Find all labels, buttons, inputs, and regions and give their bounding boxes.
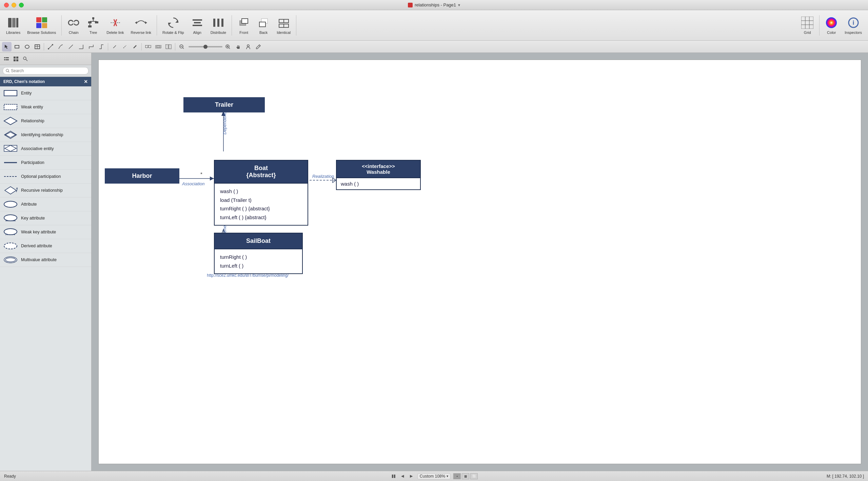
panel-item-recursive-relationship[interactable]: Recursive relationship (0, 184, 91, 197)
tool-pencil[interactable] (254, 42, 263, 51)
zoom-thumb[interactable] (203, 45, 208, 49)
toolbar-align[interactable]: Align (188, 15, 206, 36)
search-input[interactable] (11, 68, 85, 73)
toolbar-inspectors[interactable]: i Inspectors (842, 15, 865, 36)
tool-line2[interactable] (120, 42, 130, 51)
svg-line-58 (123, 45, 126, 48)
tool-group1[interactable] (143, 42, 153, 51)
tool-connector6[interactable] (97, 42, 106, 51)
svg-rect-88 (4, 104, 17, 110)
svg-rect-87 (4, 90, 17, 96)
tool-zoom-in[interactable] (223, 42, 233, 51)
close-button[interactable] (4, 3, 9, 7)
svg-rect-25 (193, 19, 202, 21)
toolbar-rotate-flip[interactable]: Rotate & Flip (160, 15, 187, 36)
panel-close-button[interactable]: ✕ (84, 79, 88, 84)
washable-node[interactable]: <<interface>>Washable wash ( ) (336, 160, 421, 190)
panel-search-toggle[interactable] (22, 55, 29, 63)
tool-connector1[interactable] (46, 42, 55, 51)
toolbar-libraries[interactable]: Libraries (3, 15, 23, 36)
tool-line3[interactable] (130, 42, 140, 51)
toolbar-chain[interactable]: Chain (64, 15, 83, 36)
tool-connector3[interactable] (66, 42, 76, 51)
svg-rect-64 (166, 45, 168, 49)
tool-table[interactable] (33, 42, 42, 51)
panel-item-identifying-relationship[interactable]: Identifying relationship (0, 128, 91, 142)
panel-item-relationship[interactable]: Relationship (0, 114, 91, 128)
toolbar-tree[interactable]: Tree (84, 15, 102, 36)
tool-line1[interactable] (110, 42, 119, 51)
tool-person[interactable] (243, 42, 253, 51)
tool-group2[interactable] (154, 42, 163, 51)
trailer-node[interactable]: Trailer (183, 97, 265, 112)
browse-solutions-icon (35, 16, 48, 29)
optional-participation-label: Optional participation (21, 174, 61, 179)
pause-button[interactable] (390, 474, 397, 479)
toolbar-grid[interactable]: Grid (798, 15, 816, 36)
next-page-button[interactable]: ▶ (408, 473, 415, 480)
search-input-wrap[interactable] (3, 67, 88, 75)
panel-item-optional-participation[interactable]: Optional participation (0, 170, 91, 184)
toolbar-divider-2 (157, 15, 157, 36)
sailboat-node[interactable]: SailBoat turnRight ( ) turnLeft ( ) (214, 233, 303, 274)
view-btn-2[interactable]: ▦ (462, 473, 469, 479)
dropdown-arrow[interactable]: ▾ (458, 3, 460, 7)
toolbar-color[interactable]: Color (822, 15, 841, 36)
toolbar-browse-solutions[interactable]: Browse Solutions (24, 15, 59, 36)
recursive-relationship-icon (3, 186, 18, 195)
chain-label: Chain (69, 30, 79, 35)
tool-rectangle[interactable] (12, 42, 22, 51)
panel-item-associative-entity[interactable]: Associative entity (0, 142, 91, 156)
zoom-slider[interactable] (189, 46, 222, 47)
toolbar-identical[interactable]: Identical (274, 15, 293, 36)
toolbar-back[interactable]: Back (254, 15, 273, 36)
tool-cursor[interactable] (2, 42, 12, 51)
svg-rect-5 (36, 23, 41, 28)
toolbar-distribute[interactable]: Distribute (208, 15, 229, 36)
panel-item-derived-attribute[interactable]: Derived attribute (0, 239, 91, 253)
panel-item-entity[interactable]: Entity (0, 86, 91, 100)
toolbar-delete-link[interactable]: Delete link (104, 15, 126, 36)
panel-grid-view[interactable] (12, 55, 20, 63)
svg-rect-27 (193, 25, 202, 26)
zoom-dropdown-arrow[interactable]: ▾ (447, 474, 448, 478)
associative-entity-icon (3, 144, 18, 153)
boat-node[interactable]: Boat{Abstract} wash ( ) load (Trailer t)… (214, 160, 308, 226)
panel-item-weak-entity[interactable]: Weak entity (0, 100, 91, 114)
tool-hand[interactable] (233, 42, 243, 51)
sailboat-header: SailBoat (215, 233, 302, 249)
tool-connector4[interactable] (76, 42, 86, 51)
panel-category: ERD, Chen's notation ✕ (0, 77, 91, 86)
toolbar-front[interactable]: Front (235, 15, 253, 36)
panel-list-view[interactable] (3, 55, 10, 63)
prev-page-button[interactable]: ◀ (399, 473, 406, 480)
panel-item-attribute[interactable]: Attribute (0, 197, 91, 211)
svg-rect-77 (4, 59, 5, 60)
view-btn-3[interactable]: ⬜ (470, 473, 478, 479)
view-btn-1[interactable]: ▪ (453, 473, 461, 479)
panel-item-weak-key-attribute[interactable]: Weak key attribute (0, 225, 91, 239)
tree-icon (87, 16, 100, 29)
zoom-control[interactable]: Custom 108% ▾ (417, 473, 451, 479)
tool-oval[interactable] (22, 42, 32, 51)
tool-connector2[interactable] (56, 42, 65, 51)
svg-line-67 (182, 47, 184, 49)
diagram-canvas[interactable]: Dependency * Association Realization Gen… (98, 60, 861, 464)
panel-item-key-attribute[interactable]: Key attribute (0, 211, 91, 225)
canvas-area[interactable]: Dependency * Association Realization Gen… (92, 53, 868, 471)
attribute-label: Attribute (21, 202, 37, 207)
minimize-button[interactable] (12, 3, 16, 7)
maximize-button[interactable] (19, 3, 24, 7)
svg-line-59 (134, 45, 136, 48)
zoom-slider-area[interactable] (189, 46, 222, 47)
tool-zoom-out[interactable] (177, 42, 186, 51)
harbor-node[interactable]: Harbor (105, 168, 179, 184)
tool-connector5[interactable] (86, 42, 96, 51)
toolbar-reverse-link[interactable]: Reverse link (128, 15, 154, 36)
tool-group3[interactable] (164, 42, 173, 51)
svg-rect-43 (801, 17, 813, 29)
traffic-lights (4, 3, 24, 7)
panel-item-participation[interactable]: Participation (0, 156, 91, 170)
panel-item-multivalue-attribute[interactable]: Multivalue attribute (0, 253, 91, 267)
optional-participation-icon (3, 172, 18, 181)
